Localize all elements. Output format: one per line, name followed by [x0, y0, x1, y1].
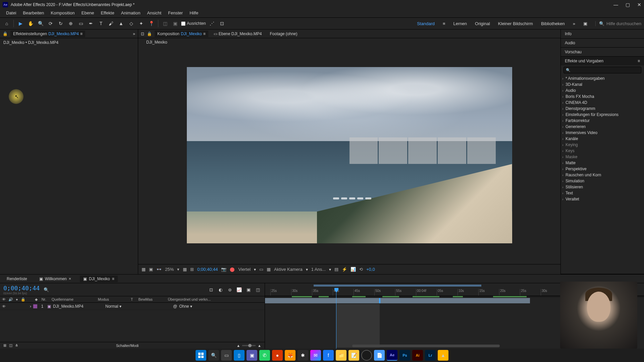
snapshot-icon[interactable]: 📷 — [221, 267, 226, 272]
flowchart-icon[interactable]: ⟲ — [359, 267, 363, 272]
maximize-button[interactable]: ▢ — [626, 2, 630, 7]
workspace-lernen[interactable]: Lernen — [453, 21, 467, 26]
parent-pickwhip-icon[interactable]: @ — [173, 304, 177, 309]
camera-tool[interactable]: ▣ — [171, 19, 179, 27]
roi-icon[interactable]: ▭ — [259, 267, 263, 272]
cat-perspektive[interactable]: Perspektive — [561, 166, 644, 172]
taskbar-aftereffects[interactable]: Ae — [387, 350, 397, 361]
snapping-options[interactable]: ⋰ — [208, 19, 216, 27]
taskbar-app4[interactable]: ▲ — [438, 350, 448, 361]
schalter-modi-label[interactable]: Schalter/Modi — [116, 344, 139, 348]
timeline-icon[interactable]: 📊 — [351, 267, 356, 272]
cat-simulation[interactable]: Simulation — [561, 178, 644, 184]
minimize-button[interactable]: — — [613, 2, 618, 7]
close-button[interactable]: ✕ — [637, 2, 641, 7]
cat-cinema4d[interactable]: CINEMA 4D — [561, 100, 644, 106]
cat-text[interactable]: Text — [561, 190, 644, 196]
brush-tool[interactable]: 🖌 — [107, 19, 115, 27]
toggle-modes-icon[interactable]: ◫ — [9, 343, 12, 348]
taskbar-facebook[interactable]: f — [323, 350, 334, 361]
views-dropdown[interactable]: 1 Ans... — [311, 267, 326, 272]
menu-bearbeiten[interactable]: Bearbeiten — [19, 9, 47, 17]
clone-tool[interactable]: ▲ — [117, 19, 125, 27]
camera-dropdown[interactable]: Aktive Kamera — [274, 267, 303, 272]
shy-icon[interactable]: ⊡ — [208, 286, 214, 293]
taskbar-firefox[interactable]: 🦊 — [285, 350, 296, 361]
composition-viewer[interactable] — [138, 46, 560, 264]
tab-ebene[interactable]: ▭ Ebene DJI_Mexiko.MP4 — [211, 31, 265, 37]
workspace-menu-icon[interactable]: ≡ — [443, 21, 445, 26]
menu-komposition[interactable]: Komposition — [47, 9, 78, 17]
selection-tool[interactable]: ▶ — [16, 19, 24, 27]
tab-footage[interactable]: Footage (ohne) — [267, 31, 300, 37]
cat-3d-kanal[interactable]: 3D-Kanal — [561, 81, 644, 87]
grid-icon[interactable]: ▦ — [183, 267, 187, 272]
expand-icon[interactable]: › — [30, 304, 31, 309]
start-button[interactable] — [196, 350, 206, 361]
comp-breadcrumb[interactable]: DJI_Mexiko — [146, 40, 167, 45]
rect-tool[interactable]: ▭ — [77, 19, 85, 27]
comp-tab-menu-icon[interactable]: ≡ — [203, 32, 206, 36]
snap-checkbox[interactable] — [181, 21, 185, 26]
switch-icon[interactable]: ◫ — [255, 286, 261, 293]
zoom-in-icon[interactable]: ▲ — [258, 344, 261, 348]
layer-name[interactable]: DJI_Mexiko.MP4 — [53, 304, 103, 309]
anchor-tool[interactable]: ⊕ — [67, 19, 75, 27]
tab-willkommen[interactable]: ▣ Willkommen × — [36, 276, 74, 282]
cat-animationsvorgaben[interactable]: * Animationsvorgaben — [561, 75, 644, 81]
taskbar-messenger[interactable]: ✉ — [310, 350, 321, 361]
out-point-marker[interactable] — [379, 298, 380, 303]
taskbar-explorer[interactable]: ▯ — [234, 350, 245, 361]
home-tool[interactable]: ⌂ — [3, 19, 11, 27]
cat-dienstprogramm[interactable]: Dienstprogramm — [561, 106, 644, 112]
taskbar-illustrator[interactable]: Ai — [412, 350, 423, 361]
horizontal-scrollbar[interactable] — [352, 345, 500, 347]
toggle-bones-icon[interactable]: ⋔ — [15, 343, 18, 348]
taskbar-obs[interactable] — [361, 350, 372, 361]
transparency-icon[interactable]: ▦ — [267, 267, 271, 272]
workspace-bibliotheken[interactable]: Bibliotheken — [541, 21, 565, 26]
taskbar-teams[interactable]: ▣ — [247, 350, 257, 361]
label-icon[interactable]: ◆ — [35, 297, 38, 302]
effects-search-input[interactable]: 🔍 — [564, 67, 641, 73]
cat-keying[interactable]: Keying — [561, 142, 644, 148]
zoom-out-icon[interactable]: ▲ — [236, 344, 240, 348]
zoom-tool[interactable]: 🔍 — [37, 19, 45, 27]
eye-icon[interactable]: 👁 — [2, 297, 6, 301]
menu-datei[interactable]: Datei — [3, 9, 19, 17]
cat-expressions[interactable]: Einstellungen für Expressions — [561, 112, 644, 118]
tab-renderliste[interactable]: Renderliste — [3, 276, 31, 282]
col-parent[interactable]: Übergeordnet und verkn... — [166, 297, 212, 301]
hand-tool[interactable]: ✋ — [26, 19, 35, 27]
menu-ansicht[interactable]: Ansicht — [144, 9, 165, 17]
cat-kanaele[interactable]: Kanäle — [561, 136, 644, 142]
cat-immersives[interactable]: Immersives Video — [561, 130, 644, 136]
timeline-search-icon[interactable]: 🔍 — [44, 287, 49, 292]
taskbar-app1[interactable]: ● — [272, 350, 283, 361]
workspace-kleiner[interactable]: Kleiner Bildschirm — [498, 21, 533, 26]
panel-audio[interactable]: Audio — [561, 39, 644, 47]
orbit-tool[interactable]: ⟳ — [47, 19, 55, 27]
cat-veraltet[interactable]: Veraltet — [561, 196, 644, 202]
alpha-icon[interactable]: ▣ — [149, 267, 153, 272]
zoom-value[interactable]: 25% — [165, 267, 174, 272]
cat-matte[interactable]: Matte — [561, 160, 644, 166]
workspace-original[interactable]: Original — [475, 21, 490, 26]
comp-nav-icon[interactable]: ⊡ — [141, 32, 144, 36]
cat-maske[interactable]: Maske — [561, 154, 644, 160]
taskbar-photoshop[interactable]: Ps — [399, 350, 410, 361]
col-bewmas[interactable]: BewMas — [137, 297, 164, 301]
menu-fenster[interactable]: Fenster — [165, 9, 186, 17]
timeline-timecode[interactable]: 0;00;40;44 — [3, 285, 40, 292]
rotate-tool[interactable]: ↻ — [57, 19, 65, 27]
workspace-toggle-icon[interactable]: ▣ — [583, 21, 587, 26]
panel-effects-title[interactable]: Effekte und Vorgaben — [565, 59, 603, 63]
layer-color-chip[interactable] — [33, 304, 37, 308]
puppet-tool[interactable]: 📍 — [147, 19, 155, 27]
panel-vorschau[interactable]: Vorschau — [561, 48, 644, 56]
layer-row-1[interactable]: 👁 › 1 ▣ DJI_Mexiko.MP4 Normal ▾ @ Ohne ▾ — [0, 303, 265, 310]
taskbar-notes[interactable]: 📝 — [348, 350, 359, 361]
taskbar-whatsapp[interactable]: ✆ — [259, 350, 270, 361]
motion-blur-icon[interactable]: ⊚ — [226, 286, 233, 293]
cat-boris-fx[interactable]: Boris FX Mocha — [561, 94, 644, 100]
